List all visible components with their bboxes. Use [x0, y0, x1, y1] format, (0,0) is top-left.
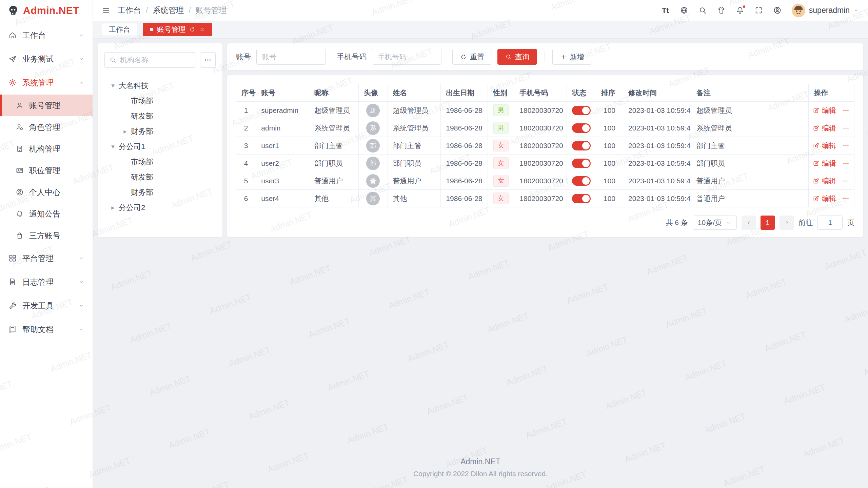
tree-node[interactable]: 市场部 — [104, 93, 216, 108]
sidebar-subitem[interactable]: 个人中心 — [0, 181, 93, 203]
org-more-button[interactable] — [200, 52, 216, 68]
sidebar-item[interactable]: 系统管理 — [0, 71, 93, 95]
edit-button[interactable]: 编辑 — [813, 106, 836, 115]
cell-nickname: 部门职员 — [309, 155, 359, 172]
tree-node[interactable]: ▸分公司2 — [104, 200, 216, 215]
status-toggle[interactable] — [572, 106, 591, 115]
page-unit-label: 页 — [847, 218, 854, 227]
edit-button[interactable]: 编辑 — [813, 141, 836, 150]
row-avatar: 系 — [366, 121, 380, 135]
cell-gender: 男 — [488, 119, 514, 137]
cell-name: 超级管理员 — [388, 102, 441, 119]
tree-node[interactable]: ▸财务部 — [104, 124, 216, 139]
org-search-input[interactable] — [120, 56, 191, 64]
search-button[interactable]: 查询 — [497, 49, 537, 65]
fullscreen-icon[interactable] — [754, 6, 763, 15]
sidebar-subitem[interactable]: 机构管理 — [0, 138, 93, 160]
chevron-down-icon — [78, 255, 84, 261]
user-menu[interactable]: superadmin — [792, 4, 859, 17]
search-icon[interactable] — [698, 6, 707, 15]
cell-index: 6 — [236, 190, 256, 207]
status-toggle[interactable] — [572, 194, 591, 203]
cell-avatar: 部 — [358, 155, 388, 172]
sidebar-subitem[interactable]: 角色管理 — [0, 116, 93, 138]
book-icon — [8, 325, 17, 334]
more-actions-icon[interactable] — [842, 142, 850, 149]
sidebar-item[interactable]: 业务测试 — [0, 47, 93, 71]
caret-collapsed-icon[interactable]: ▸ — [107, 204, 119, 211]
more-actions-icon[interactable] — [842, 195, 850, 202]
menu-collapse-icon[interactable] — [102, 6, 110, 15]
font-size-icon[interactable]: Tt — [661, 6, 670, 15]
tree-node[interactable]: 市场部 — [104, 154, 216, 169]
more-actions-icon[interactable] — [842, 124, 850, 132]
sidebar-subitem[interactable]: 账号管理 — [0, 95, 93, 116]
sidebar-item[interactable]: 帮助文档 — [0, 318, 93, 341]
profile-icon[interactable] — [773, 6, 782, 15]
account-input[interactable] — [256, 49, 326, 65]
tab-item[interactable]: 账号管理 — [143, 23, 212, 36]
tree-node-label: 财务部 — [131, 187, 153, 198]
status-toggle[interactable] — [572, 159, 591, 168]
sidebar-item-label: 业务测试 — [22, 54, 73, 64]
edit-button[interactable]: 编辑 — [813, 176, 836, 186]
more-actions-icon[interactable] — [842, 160, 850, 167]
status-toggle[interactable] — [572, 176, 591, 186]
chevron-down-icon — [78, 279, 84, 285]
edit-button[interactable]: 编辑 — [813, 194, 836, 203]
edit-label: 编辑 — [822, 159, 836, 168]
more-actions-icon[interactable] — [842, 177, 850, 185]
tab-item[interactable]: 工作台 — [102, 23, 137, 36]
tree-node[interactable]: 财务部 — [104, 185, 216, 200]
page-1-button[interactable]: 1 — [761, 216, 775, 230]
status-toggle[interactable] — [572, 141, 591, 150]
sidebar-subitem[interactable]: 三方账号 — [0, 225, 93, 246]
org-icon — [16, 145, 24, 153]
phone-input[interactable] — [372, 49, 441, 65]
more-actions-icon[interactable] — [842, 107, 850, 114]
tree-node[interactable]: 研发部 — [104, 108, 216, 124]
sidebar-item-label: 工作台 — [22, 30, 73, 41]
sidebar-subitem-label: 角色管理 — [29, 122, 84, 133]
sidebar-item[interactable]: 平台管理 — [0, 246, 93, 270]
theme-icon[interactable] — [717, 6, 726, 15]
cell-modified-time: 2023-01-03 10:59:44 — [623, 119, 691, 137]
cell-avatar: 普 — [358, 172, 388, 190]
next-page-button[interactable] — [780, 216, 794, 230]
cell-nickname: 部门主管 — [309, 137, 359, 155]
org-search — [104, 52, 196, 68]
sidebar-subitem[interactable]: 通知公告 — [0, 203, 93, 225]
sidebar-item[interactable]: 日志管理 — [0, 270, 93, 294]
row-avatar: 普 — [366, 174, 380, 188]
goto-page-input[interactable] — [817, 216, 843, 230]
gender-badge: 女 — [493, 140, 509, 151]
sidebar-item-label: 日志管理 — [22, 277, 73, 287]
sidebar-item[interactable]: 工作台 — [0, 23, 93, 47]
reset-button[interactable]: 重置 — [452, 49, 492, 65]
tree-node[interactable]: ▾大名科技 — [104, 78, 216, 93]
app-logo[interactable]: Admin.NET — [0, 0, 93, 21]
tree-node-label: 研发部 — [131, 172, 153, 182]
notification-icon[interactable] — [736, 6, 744, 15]
sidebar-item-label: 系统管理 — [22, 78, 73, 88]
prev-page-button[interactable] — [742, 216, 756, 230]
table-row: 2admin系统管理员系系统管理员1986-06-28男180200307201… — [236, 119, 854, 137]
status-toggle[interactable] — [572, 123, 591, 133]
tree-node[interactable]: 研发部 — [104, 169, 216, 185]
chevron-down-icon — [726, 220, 732, 226]
add-button[interactable]: 新增 — [552, 49, 592, 65]
edit-button[interactable]: 编辑 — [813, 159, 836, 168]
sidebar-item[interactable]: 开发工具 — [0, 294, 93, 318]
caret-expanded-icon[interactable]: ▾ — [107, 143, 119, 150]
footer-title: Admin.NET — [98, 457, 863, 466]
caret-collapsed-icon[interactable]: ▸ — [119, 127, 131, 135]
sidebar-subitem[interactable]: 职位管理 — [0, 160, 93, 181]
column-header: 账号 — [256, 84, 309, 102]
caret-expanded-icon[interactable]: ▾ — [107, 82, 119, 89]
cell-phone: 18020030720 — [514, 102, 567, 119]
page-size-select[interactable]: 10条/页 — [693, 216, 737, 230]
locale-icon[interactable] — [680, 6, 688, 15]
edit-button[interactable]: 编辑 — [813, 123, 836, 133]
tree-node[interactable]: ▾分公司1 — [104, 139, 216, 154]
column-header: 手机号码 — [514, 84, 567, 102]
